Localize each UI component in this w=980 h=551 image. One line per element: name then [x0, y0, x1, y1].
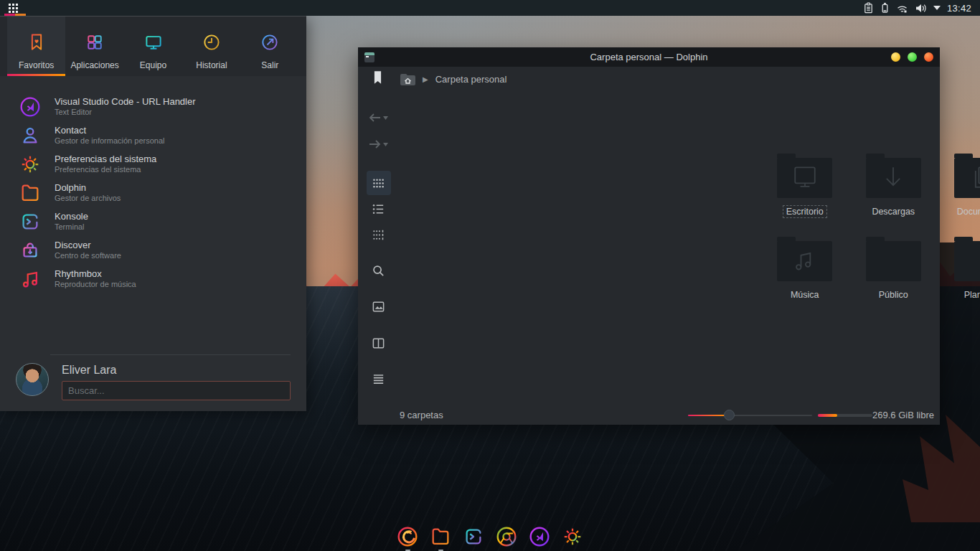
- folder-label: Descargas: [868, 205, 918, 218]
- tab-favoritos[interactable]: Favoritos: [7, 17, 65, 76]
- location-toolbar: ▶ Carpeta personal: [358, 67, 940, 91]
- menu-divider: [50, 354, 291, 355]
- volume-icon[interactable]: [915, 3, 927, 14]
- document-emblem-icon: [966, 164, 980, 192]
- zoom-slider[interactable]: [688, 415, 812, 416]
- app-subtitle: Terminal: [55, 222, 88, 232]
- folder-descargas[interactable]: Descargas: [849, 152, 938, 235]
- app-item-kontact[interactable]: KontactGestor de información personal: [0, 121, 306, 150]
- terminal-icon: [19, 210, 42, 233]
- disk-capacity-bar: [818, 414, 872, 417]
- search-input[interactable]: [62, 381, 291, 400]
- zoom-slider-handle[interactable]: [724, 410, 735, 420]
- preview-button[interactable]: [367, 294, 391, 319]
- app-item-preferencias[interactable]: Preferencias del sistemaPreferencias del…: [0, 150, 306, 179]
- search-button[interactable]: [367, 258, 391, 283]
- search-icon: [372, 264, 385, 278]
- window-title: Carpeta personal — Dolphin: [358, 52, 940, 62]
- icons-view-button[interactable]: [367, 171, 391, 195]
- folder-publico[interactable]: Público: [849, 235, 938, 319]
- app-item-rhythmbox[interactable]: RhythmboxReproductor de música: [0, 265, 306, 293]
- application-launcher-menu: Favoritos Aplicaciones Equipo Historial …: [0, 16, 306, 411]
- back-button[interactable]: [367, 105, 391, 130]
- dock-vscode-button[interactable]: [529, 526, 550, 547]
- clock[interactable]: 13:42: [947, 3, 971, 14]
- folder-musica[interactable]: Música: [760, 235, 849, 319]
- split-view-button[interactable]: [367, 331, 391, 355]
- dock-konsole-button[interactable]: [463, 526, 484, 547]
- app-launcher-button[interactable]: [0, 0, 26, 16]
- dock: [397, 526, 583, 547]
- breadcrumb-location[interactable]: Carpeta personal: [435, 74, 507, 85]
- dock-firefox-button[interactable]: [397, 526, 418, 547]
- tab-label: Favoritos: [19, 60, 54, 70]
- dock-dolphin-button[interactable]: [430, 526, 451, 547]
- tab-equipo[interactable]: Equipo: [124, 17, 182, 76]
- status-bar: 9 carpetas 269.6 GiB libre: [358, 405, 940, 425]
- folder-documentos[interactable]: Documentos: [938, 152, 980, 235]
- tab-label: Salir: [261, 60, 278, 70]
- status-folder-count: 9 carpetas: [400, 410, 443, 420]
- shopping-bag-download-icon: [19, 239, 42, 262]
- app-title: Discover: [55, 240, 121, 251]
- app-title: Visual Studio Code - URL Handler: [55, 96, 196, 108]
- chrome-icon: [496, 526, 517, 547]
- forward-button[interactable]: [367, 132, 391, 156]
- app-title: Dolphin: [55, 182, 121, 194]
- breadcrumb-home-button[interactable]: [400, 72, 416, 86]
- app-grid-icon: [85, 32, 105, 60]
- folder-label: Público: [875, 288, 912, 301]
- person-icon: [19, 124, 42, 147]
- folder-label: Documentos: [953, 205, 980, 218]
- app-item-vscode[interactable]: Visual Studio Code - URL HandlerText Edi…: [0, 93, 306, 121]
- folder-icon: [866, 158, 921, 198]
- app-subtitle: Reproductor de música: [55, 280, 136, 290]
- minimize-button[interactable]: [891, 52, 900, 62]
- favorites-app-list: Visual Studio Code - URL HandlerText Edi…: [0, 93, 306, 293]
- folder-grid: Escritorio Descargas Documentos Vídeos V…: [760, 152, 980, 319]
- tab-historial[interactable]: Historial: [182, 17, 240, 76]
- disk-capacity-fill: [818, 414, 837, 417]
- app-item-discover[interactable]: DiscoverCentro de software: [0, 236, 306, 265]
- bookmark-icon[interactable]: [374, 70, 382, 88]
- vertical-toolbar: [358, 91, 399, 405]
- caret-down-icon[interactable]: [933, 6, 941, 10]
- music-notes-icon: [19, 268, 42, 291]
- app-item-konsole[interactable]: KonsoleTerminal: [0, 207, 306, 236]
- folder-icon: [777, 241, 832, 281]
- konsole-icon: [463, 526, 484, 547]
- folder-label: Música: [787, 288, 823, 301]
- folder-plantillas[interactable]: Plantillas: [938, 235, 980, 319]
- details-view-icon: [372, 228, 385, 242]
- battery-icon[interactable]: [880, 2, 890, 14]
- details-view-button[interactable]: [367, 222, 391, 247]
- tab-aplicaciones[interactable]: Aplicaciones: [65, 17, 123, 76]
- app-title: Konsole: [55, 211, 88, 222]
- tab-salir[interactable]: Salir: [241, 17, 299, 76]
- folder-escritorio[interactable]: Escritorio: [760, 152, 849, 235]
- menu-hamburger-icon: [372, 372, 385, 386]
- titlebar[interactable]: Carpeta personal — Dolphin: [358, 47, 940, 67]
- app-title: Preferencias del sistema: [55, 154, 156, 165]
- monitor-icon: [143, 32, 164, 60]
- dolphin-folder-icon: [430, 526, 451, 547]
- dock-settings-button[interactable]: [562, 526, 583, 547]
- close-button[interactable]: [924, 52, 933, 62]
- folder-icon: [954, 241, 980, 281]
- avatar[interactable]: [16, 363, 49, 396]
- top-panel: 13:42: [0, 0, 980, 16]
- list-view-button[interactable]: [367, 197, 391, 221]
- app-item-dolphin[interactable]: DolphinGestor de archivos: [0, 179, 306, 207]
- tab-label: Aplicaciones: [70, 60, 118, 70]
- settings-gear-icon: [562, 526, 583, 547]
- caret-down-icon: [383, 143, 388, 146]
- maximize-button[interactable]: [908, 52, 917, 62]
- system-tray: 13:42: [863, 2, 980, 14]
- clipboard-icon[interactable]: [863, 2, 874, 14]
- dock-chrome-button[interactable]: [496, 526, 517, 547]
- menu-hamburger-button[interactable]: [367, 367, 391, 391]
- window-buttons: [891, 52, 940, 62]
- network-icon[interactable]: [896, 3, 908, 14]
- menu-tab-bar: Favoritos Aplicaciones Equipo Historial …: [0, 17, 306, 76]
- gear-icon: [19, 153, 42, 176]
